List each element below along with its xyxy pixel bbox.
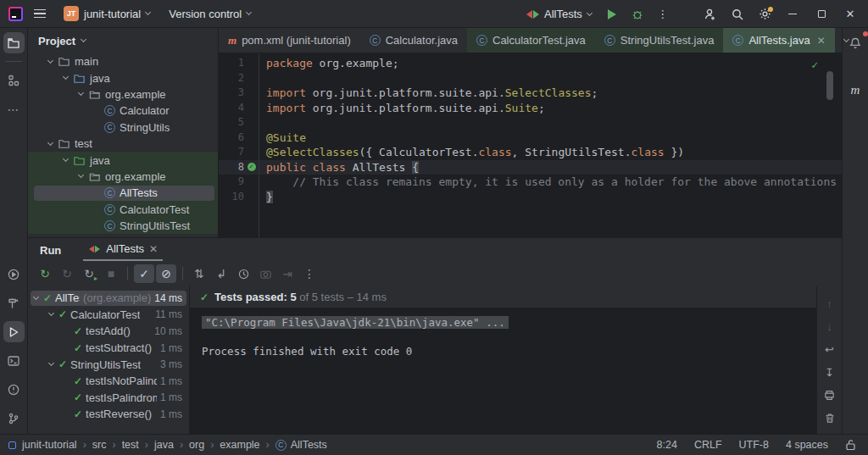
project-tree-item-main[interactable]: main: [28, 53, 218, 69]
project-tree-item-org-example[interactable]: org.example: [28, 169, 218, 185]
print-button[interactable]: [821, 386, 839, 403]
code-line[interactable]: 10}: [219, 190, 842, 205]
project-tree-item-stringutils[interactable]: CStringUtils: [28, 119, 218, 136]
status-widget-crlf[interactable]: CRLF: [694, 439, 722, 451]
breadcrumb-item-alltests[interactable]: CAllTests: [275, 439, 327, 451]
code-line[interactable]: 2: [219, 71, 842, 86]
scroll-to-end-button[interactable]: ↧: [821, 363, 839, 380]
code-line[interactable]: 7@SelectClasses({ CalculatorTest.class, …: [219, 145, 842, 160]
test-tree-item-testadd-[interactable]: ✓testAdd()10 ms: [28, 323, 189, 340]
breadcrumb-item-java[interactable]: java: [154, 439, 174, 451]
breadcrumb-item-junit-tutorial[interactable]: junit-tutorial: [22, 439, 77, 451]
clear-all-button[interactable]: [821, 409, 839, 426]
editor-tab-pom-xml-junit-tutorial-[interactable]: mpom.xml (junit-tutorial): [219, 28, 360, 53]
tool-window-button-project[interactable]: [3, 32, 25, 53]
project-tree-item-stringutilstest[interactable]: CStringUtilsTest: [28, 218, 218, 234]
search-everywhere-button[interactable]: [726, 4, 749, 25]
breadcrumb-item-example[interactable]: example: [220, 439, 259, 451]
editor-tab-stringutilstest-java[interactable]: CStringUtilsTest.java: [595, 28, 724, 53]
run-button[interactable]: [600, 4, 624, 25]
console-command-line[interactable]: "C:\Program Files\Java\jdk-21\bin\java.e…: [202, 316, 509, 329]
code-editor[interactable]: 1package org.example;23import org.junit.…: [219, 53, 842, 238]
test-tree-item-testsubtract-[interactable]: ✓testSubtract()1 ms: [28, 340, 189, 357]
code-with-me-button[interactable]: [698, 4, 722, 25]
chevron-expanded-icon[interactable]: [48, 360, 54, 366]
test-tree-item-alltests[interactable]: ✓AllTests(org.example)14 ms: [28, 290, 189, 307]
project-tree-item-calculator[interactable]: CCalculator: [28, 103, 218, 119]
inspections-passed-icon[interactable]: ✓: [811, 58, 818, 71]
chevron-expanded-icon[interactable]: [63, 156, 69, 162]
soft-wrap-button[interactable]: ↩: [821, 341, 839, 358]
more-options-button[interactable]: ⋮: [299, 264, 320, 283]
vcs-widget[interactable]: Version control: [162, 3, 258, 24]
collapse-all-button[interactable]: ↲: [211, 264, 231, 283]
code-line[interactable]: 1package org.example;: [219, 56, 842, 71]
editor-tab-calculatortest-java[interactable]: CCalculatorTest.java: [467, 28, 595, 53]
tool-window-button-problems[interactable]: [3, 379, 25, 400]
chevron-expanded-icon[interactable]: [47, 58, 53, 64]
chevron-expanded-icon[interactable]: [78, 172, 84, 178]
show-ignored-button[interactable]: ⊘: [156, 264, 176, 283]
sort-by-duration-button[interactable]: [233, 264, 253, 283]
tool-window-button-run[interactable]: [3, 321, 25, 342]
tab-options-button[interactable]: ⋮: [862, 31, 868, 51]
show-passed-button[interactable]: ✓: [134, 264, 154, 283]
unlocked-icon[interactable]: [845, 439, 856, 451]
breadcrumb-item-org[interactable]: org: [189, 439, 204, 451]
chevron-expanded-icon[interactable]: [48, 310, 54, 316]
test-passed-gutter-icon[interactable]: ✓: [248, 163, 256, 171]
run-tab-alltests[interactable]: AllTests ✕: [83, 242, 163, 261]
test-tree-item-testisnotpalindrom[interactable]: ✓testIsNotPalindrom1 ms: [28, 373, 189, 390]
tool-window-button-structure[interactable]: [3, 69, 25, 91]
code-line[interactable]: 9 // This class remains empty, it is use…: [219, 175, 842, 190]
close-icon[interactable]: ✕: [817, 35, 826, 47]
tool-window-button-version-control[interactable]: [3, 408, 25, 429]
project-tree-item-test[interactable]: test: [28, 136, 218, 152]
debug-button[interactable]: [626, 4, 649, 25]
status-widget-utf-8[interactable]: UTF-8: [739, 439, 769, 451]
maven-tool-window-button[interactable]: m: [845, 80, 866, 101]
tool-window-button-build[interactable]: [3, 292, 25, 314]
tool-window-button-more[interactable]: ⋯: [3, 98, 25, 119]
editor-tab-calculator-java[interactable]: CCalculator.java: [360, 28, 467, 53]
rerun-button[interactable]: ↻: [35, 264, 55, 283]
test-tree-item-testispalindrome-[interactable]: ✓testIsPalindrome()1 ms: [28, 390, 189, 407]
close-icon[interactable]: ✕: [149, 243, 158, 255]
chevron-expanded-icon[interactable]: [33, 294, 39, 300]
code-line[interactable]: 8✓public class AllTests {: [219, 160, 842, 175]
code-line[interactable]: 4import org.junit.platform.suite.api.Sui…: [219, 101, 842, 116]
code-line[interactable]: 3import org.junit.platform.suite.api.Sel…: [219, 86, 842, 101]
status-widget-4-spaces[interactable]: 4 spaces: [786, 439, 828, 451]
editor-tab-alltests-java[interactable]: CAllTests.java✕: [723, 28, 834, 53]
project-tree-item-java[interactable]: java: [28, 69, 218, 86]
test-tree-item-stringutilstest[interactable]: ✓StringUtilsTest3 ms: [28, 356, 189, 373]
editor-scrollbar[interactable]: [826, 71, 833, 100]
minimize-button[interactable]: [780, 0, 805, 28]
close-button[interactable]: ✕: [837, 0, 863, 28]
test-tree-item-testreverse-[interactable]: ✓testReverse()1 ms: [28, 406, 189, 423]
project-tree-item-calculatortest[interactable]: CCalculatorTest: [28, 202, 218, 218]
hidden-tabs-button[interactable]: [835, 31, 859, 51]
breadcrumb-item-test[interactable]: test: [122, 439, 139, 451]
console-output[interactable]: "C:\Program Files\Java\jdk-21\bin\java.e…: [190, 308, 816, 358]
chevron-expanded-icon[interactable]: [78, 90, 84, 96]
status-widget-8-24[interactable]: 8:24: [657, 439, 677, 451]
test-tree-item-calculatortest[interactable]: ✓CalculatorTest11 ms: [28, 307, 189, 324]
code-line[interactable]: 6@Suite: [219, 130, 842, 146]
toggle-auto-test-button[interactable]: ↻▸: [79, 264, 99, 283]
main-menu-button[interactable]: [28, 3, 52, 24]
project-tree-item-java[interactable]: java: [28, 152, 218, 168]
maximize-button[interactable]: [809, 0, 834, 28]
project-tree-item-alltests[interactable]: CAllTests: [28, 185, 218, 201]
code-line[interactable]: 5: [219, 115, 842, 130]
project-widget[interactable]: JT junit-tutorial: [57, 3, 157, 24]
tool-window-button-terminal[interactable]: [3, 350, 25, 371]
sort-alphabetically-button[interactable]: ⇅: [189, 264, 209, 283]
project-tree-item-org-example[interactable]: org.example: [28, 86, 218, 103]
tool-window-button-services[interactable]: [3, 264, 25, 285]
chevron-expanded-icon[interactable]: [47, 140, 53, 146]
settings-button[interactable]: [753, 4, 776, 25]
project-panel-header[interactable]: Project: [28, 28, 218, 53]
run-configuration-selector[interactable]: AllTests: [520, 4, 598, 25]
chevron-expanded-icon[interactable]: [63, 74, 69, 80]
